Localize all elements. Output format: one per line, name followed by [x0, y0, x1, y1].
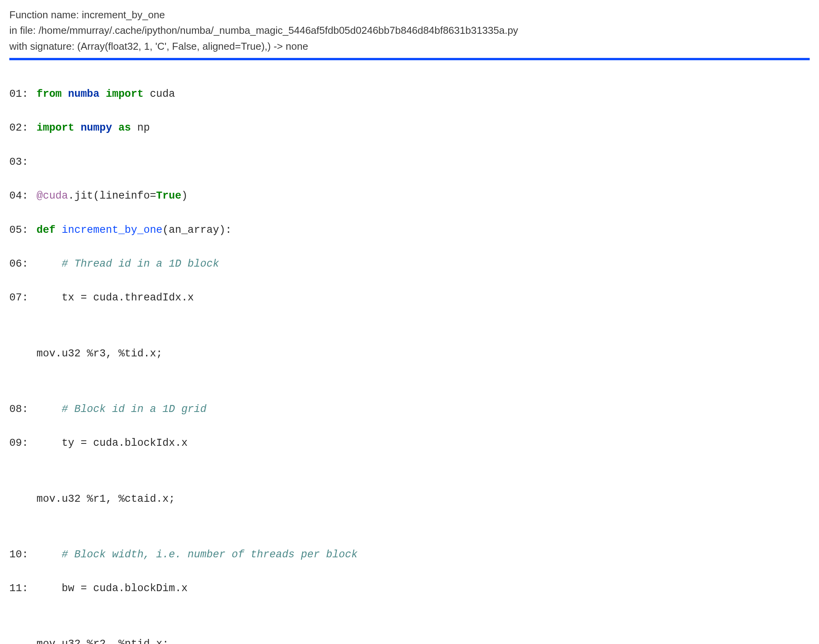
src-line-06: 06: # Thread id in a 1D block	[9, 256, 810, 273]
src-line-10: 10: # Block width, i.e. number of thread…	[9, 546, 810, 564]
line-number: 08:	[9, 401, 31, 418]
comment: # Thread id in a 1D block	[62, 258, 219, 270]
asm-text: mov.u32 %r1, %ctaid.x;	[37, 493, 175, 505]
src-line-04: 04:@cuda.jit(lineinfo=True)	[9, 188, 810, 205]
src-line-03: 03:	[9, 154, 810, 171]
asm-line: mov.u32 %r1, %ctaid.x;	[9, 491, 810, 508]
src-line-05: 05:def increment_by_one(an_array):	[9, 222, 810, 239]
comment: # Block id in a 1D grid	[62, 403, 207, 415]
header-divider	[9, 58, 810, 60]
src-line-08: 08: # Block id in a 1D grid	[9, 401, 810, 418]
src-line-07: 07: tx = cuda.threadIdx.x	[9, 290, 810, 307]
alias-np: np	[131, 122, 150, 134]
header-file-path: in file: /home/mmurray/.cache/ipython/nu…	[9, 23, 810, 38]
header-function-name: Function name: increment_by_one	[9, 7, 810, 23]
kw-def: def	[37, 224, 56, 236]
func-params: (an_array):	[162, 224, 232, 236]
src-line-09: 09: ty = cuda.blockIdx.x	[9, 435, 810, 452]
src-line-01: 01:from numba import cuda	[9, 86, 810, 103]
code-text: bw = cuda.blockDim.x	[62, 583, 188, 594]
decorator-rest: .jit(lineinfo=	[68, 190, 156, 202]
decorator-cuda: @cuda	[37, 190, 68, 202]
import-cuda: cuda	[143, 88, 175, 100]
line-number: 05:	[9, 222, 31, 239]
line-number: 01:	[9, 86, 31, 103]
line-number: 10:	[9, 546, 31, 564]
kw-as: as	[118, 122, 131, 134]
code-block: 01:from numba import cuda 02:import nump…	[9, 69, 810, 644]
line-number: 03:	[9, 154, 31, 171]
line-number: 09:	[9, 435, 31, 452]
asm-text: mov.u32 %r3, %tid.x;	[37, 348, 162, 360]
src-line-02: 02:import numpy as np	[9, 120, 810, 137]
asm-line: mov.u32 %r2, %ntid.x;	[9, 636, 810, 644]
kw-import: import	[37, 122, 74, 134]
kw-from: from	[37, 88, 62, 100]
comment: # Block width, i.e. number of threads pe…	[62, 549, 358, 560]
func-name: increment_by_one	[62, 224, 162, 236]
page-container: Function name: increment_by_one in file:…	[0, 0, 819, 644]
line-number: 11:	[9, 580, 31, 597]
line-number: 04:	[9, 188, 31, 205]
module-numpy: numpy	[80, 122, 112, 134]
kw-import: import	[106, 88, 143, 100]
code-text: ty = cuda.blockIdx.x	[62, 437, 188, 449]
src-line-11: 11: bw = cuda.blockDim.x	[9, 580, 810, 597]
header-signature: with signature: (Array(float32, 1, 'C', …	[9, 38, 810, 54]
asm-line: mov.u32 %r3, %tid.x;	[9, 346, 810, 363]
line-number: 02:	[9, 120, 31, 137]
literal-true: True	[156, 190, 181, 202]
module-numba: numba	[68, 88, 99, 100]
line-number: 06:	[9, 256, 31, 273]
decorator-paren: )	[181, 190, 188, 202]
line-number: 07:	[9, 290, 31, 307]
asm-text: mov.u32 %r2, %ntid.x;	[37, 638, 169, 644]
code-text: tx = cuda.threadIdx.x	[62, 292, 194, 304]
header-block: Function name: increment_by_one in file:…	[9, 7, 810, 54]
